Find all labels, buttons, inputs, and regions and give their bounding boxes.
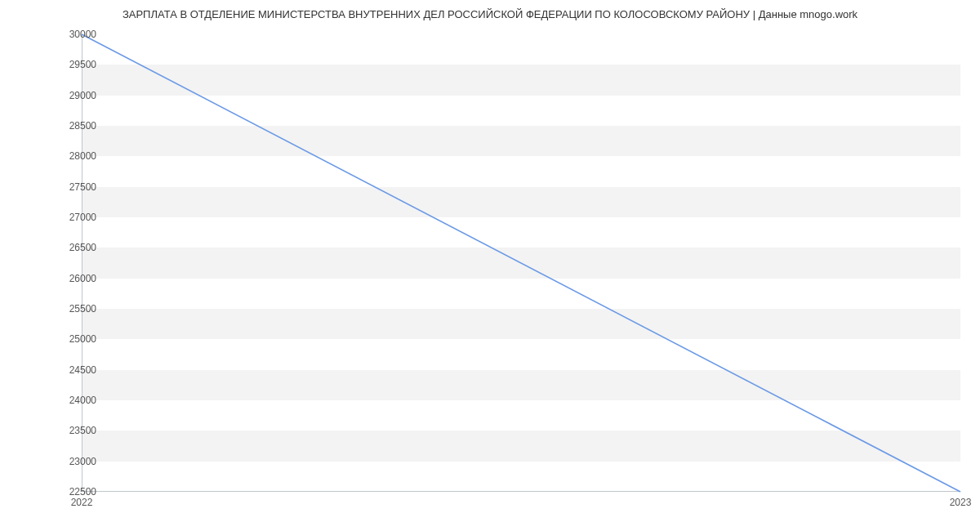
y-tick-label: 29500 (69, 59, 96, 70)
x-tick-label: 2022 (71, 497, 93, 508)
y-tick-label: 23000 (69, 456, 96, 467)
y-tick-label: 26000 (69, 273, 96, 284)
plot-area (82, 34, 960, 492)
y-tick-label: 29000 (69, 90, 96, 101)
y-tick-label: 25000 (69, 333, 96, 345)
y-tick-label: 25500 (69, 303, 96, 315)
y-tick-label: 30000 (69, 29, 96, 40)
y-tick-label: 28500 (69, 120, 96, 132)
chart-container: ЗАРПЛАТА В ОТДЕЛЕНИЕ МИНИСТЕРСТВА ВНУТРЕ… (0, 0, 980, 531)
x-tick-label: 2023 (950, 497, 972, 508)
series-line (82, 34, 960, 492)
y-tick-label: 27000 (69, 212, 96, 223)
line-layer (82, 34, 960, 492)
y-tick-label: 24000 (69, 395, 96, 406)
y-tick-label: 22500 (69, 486, 96, 498)
y-tick-label: 26500 (69, 242, 96, 253)
chart-title: ЗАРПЛАТА В ОТДЕЛЕНИЕ МИНИСТЕРСТВА ВНУТРЕ… (0, 8, 980, 20)
y-tick-label: 28000 (69, 150, 96, 162)
y-tick-label: 27500 (69, 181, 96, 193)
y-tick-label: 24500 (69, 364, 96, 376)
y-tick-label: 23500 (69, 425, 96, 436)
